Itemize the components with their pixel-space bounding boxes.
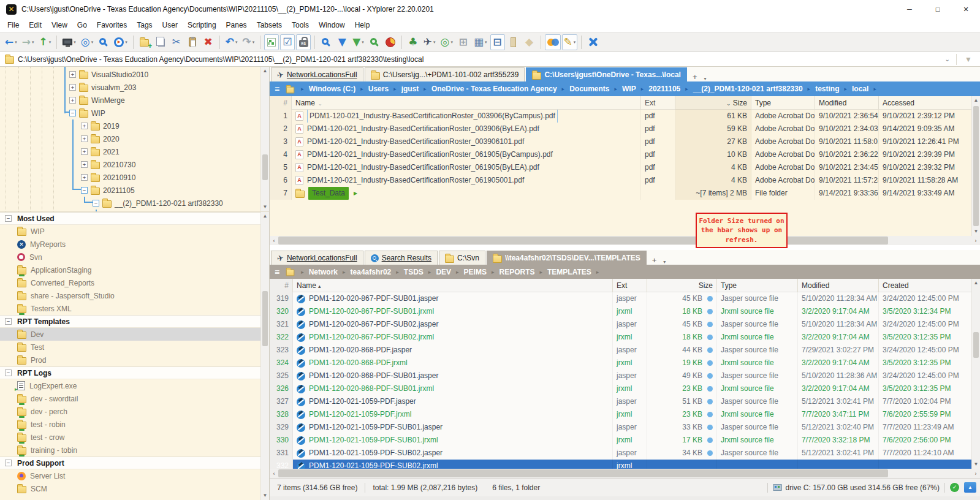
vertical-scrollbar[interactable]: ▲▼ [971,96,980,236]
file-row[interactable]: 321PDM1-120-020-867-PDF-SUB02.jasperjasp… [270,318,980,331]
live-filter-button[interactable] [319,34,333,50]
menu-item-edit[interactable]: Edit [24,20,47,31]
tree-expander-icon[interactable]: − [81,187,88,194]
breadcrumb-item[interactable]: TEMPLATES [546,268,593,276]
column-header-num[interactable]: # [270,279,293,292]
collapse-icon[interactable]: − [5,318,12,325]
reports-button[interactable] [383,34,398,50]
scrollbar-thumb[interactable] [973,106,979,226]
tree-expander-icon[interactable]: + [81,135,88,142]
menu-item-tools[interactable]: Tools [287,20,314,31]
tree-scrollbar[interactable]: ▲▼ [260,67,269,211]
highlight-folder-dropdown-icon[interactable]: ▾ [574,40,576,45]
catalog-section-header[interactable]: −RPT Logs [0,366,269,379]
menu-item-help[interactable]: Help [350,20,375,31]
tab-c-users-jgust-onedrive-texas-local[interactable]: C:\Users\jgust\OneDrive - Texas...\local [526,67,687,81]
tree-item[interactable]: +visualvm_203 [0,81,269,94]
catalog-item[interactable]: training - tobin [0,444,269,456]
catalog-section-header[interactable]: −Most Used [0,212,269,225]
menu-item-tabsets[interactable]: Tabsets [252,20,287,31]
menu-item-scripting[interactable]: Scripting [183,20,221,31]
toggle-tree-button[interactable]: ♣ [406,34,420,50]
paste-button[interactable] [185,34,200,50]
go-to-dropdown-icon[interactable]: ▾ [125,40,127,45]
scroll-down-icon[interactable]: ▼ [974,227,979,236]
column-header-modified[interactable]: Modified [798,279,879,292]
delete-button[interactable]: ✖ [201,34,216,50]
power-filter-dropdown-icon[interactable]: ▾ [362,40,364,45]
catalog-item[interactable]: test - robin [0,418,269,431]
file-row[interactable]: 322PDM1-120-020-867-PDF-SUB02.jrxmljrxml… [270,331,980,344]
tab-networklocationsfull[interactable]: ✈NetworkLocationsFull [271,67,363,81]
highlight-folder-button[interactable]: ✎▾ [562,34,578,50]
breadcrumb-item[interactable]: WIP [621,85,637,93]
mini-tree-dropdown-icon[interactable]: ▾ [450,40,453,45]
catalog-item[interactable]: WIP [0,225,269,238]
menu-item-go[interactable]: Go [72,20,92,31]
tree-item[interactable]: −__(2)_PDM1-120-021 artf382330 [0,197,269,210]
new-tab-button[interactable]: + [688,72,702,81]
scroll-right-icon[interactable]: › [971,471,980,477]
scrollbar-track[interactable] [972,105,980,227]
tab-networklocationsfull[interactable]: ✈NetworkLocationsFull [271,251,363,265]
tree-item-label[interactable]: 2020 [103,135,120,143]
horizontal-panes-button[interactable]: ⊟ [490,34,505,50]
tree-item[interactable]: +WinMerge [0,94,269,107]
pane-splitter[interactable] [270,245,980,250]
file-row[interactable]: 1PDM1-120-021_Industry-BasedCertificatio… [270,110,980,123]
configuration-button[interactable] [585,34,600,50]
scroll-down-icon[interactable]: ▼ [263,203,268,211]
tree-item[interactable]: +2019 [0,119,269,132]
cut-button[interactable]: ✂ [169,34,184,50]
power-filter-button[interactable]: ▼▾ [351,34,366,50]
file-row[interactable]: 330PDM1-120-021-1059-PDF-SUB01.jrxmljrxm… [270,434,980,447]
collapse-icon[interactable]: − [5,215,12,222]
go-to-button[interactable]: ▾ [112,34,129,50]
vertical-scrollbar[interactable]: ▲▼ [971,279,980,469]
catalog-item[interactable]: Testers XML [0,302,269,315]
file-row[interactable]: 7Test_Data▶~[7 items] 2 MBFile folder9/1… [270,187,980,200]
column-header-ext[interactable]: Ext [613,279,647,292]
breadcrumb-item[interactable]: TSDS [403,268,425,276]
tree-expander-icon[interactable]: − [69,110,76,116]
breadcrumb-item[interactable]: DEV [435,268,452,276]
tree-item[interactable]: +20210730 [0,158,269,171]
maximize-button[interactable]: □ [924,0,952,18]
scrollbar-track[interactable] [972,287,980,460]
column-header-modified[interactable]: Modified [815,96,879,110]
tree-item[interactable]: +VisualStudio2010 [0,68,269,81]
breadcrumb-item[interactable]: Documents [568,85,610,93]
forward-button[interactable]: →▾ [20,34,36,50]
details-view-button[interactable]: ▦▾ [472,34,489,50]
breadcrumb-item[interactable]: PEIMS [463,268,488,276]
scrollbar-track[interactable] [278,469,971,478]
menu-item-file[interactable]: File [2,20,24,31]
tree-item[interactable]: +2020 [0,132,269,145]
file-row[interactable]: 323PDM1-120-020-868-PDF.jasperjasper44 K… [270,344,980,357]
breadcrumb-item[interactable]: Users [367,85,390,93]
file-row[interactable]: 329PDM1-120-021-1059-PDF-SUB01.jasperjas… [270,421,980,434]
tree-item-label[interactable]: WIP [91,109,105,118]
details-view-dropdown-icon[interactable]: ▾ [485,40,487,45]
breadcrumb-item[interactable]: jgust [400,85,420,93]
address-path[interactable]: C:\Users\jgust\OneDrive - Texas Educatio… [18,55,939,64]
scroll-right-icon[interactable]: › [971,238,980,244]
undo-button[interactable]: ↶▾ [224,34,240,50]
catalog-item[interactable]: Prod [0,354,269,366]
breadcrumb-item[interactable]: testing [814,85,840,93]
mini-tree-button[interactable]: ◎▾ [439,34,455,50]
forward-dropdown-icon[interactable]: ▾ [32,40,34,45]
tab--tea4afshr02-tsds-dev-templates[interactable]: \\tea4afshr02\TSDS\DEV...\TEMPLATES [487,251,647,265]
catalog-item[interactable]: test - crow [0,431,269,444]
file-row[interactable]: 5PDM1-120-021_Industry-BasedCertificatio… [270,161,980,174]
tree-expander-icon[interactable]: + [81,161,88,168]
tab-c-svn[interactable]: C:\Svn [439,251,485,265]
file-row[interactable]: 320PDM1-120-020-867-PDF-SUB01.jrxmljrxml… [270,305,980,318]
find-files-button[interactable] [367,34,382,50]
breadcrumb-item[interactable]: 20211105 [647,85,682,93]
catalog-scrollbar[interactable]: ▲▼ [260,212,269,500]
hotlist-button[interactable]: ◎▾ [79,34,95,50]
catalog-item[interactable]: LogExpert.exe [0,379,269,392]
close-button[interactable]: ✕ [952,0,980,18]
tree-expander-icon[interactable]: + [81,174,88,181]
